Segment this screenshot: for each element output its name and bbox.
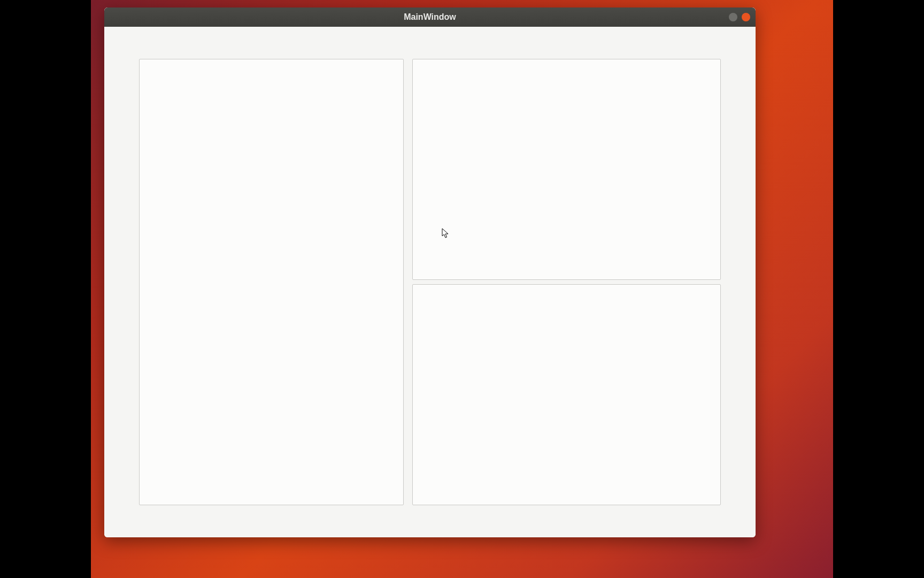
application-window: MainWindow bbox=[104, 7, 756, 537]
desktop-background: MainWindow bbox=[91, 0, 833, 578]
window-client-area bbox=[104, 27, 756, 537]
letterbox-right bbox=[833, 0, 924, 578]
minimize-button[interactable] bbox=[729, 13, 737, 21]
top-right-panel[interactable] bbox=[412, 59, 721, 280]
letterbox-left bbox=[0, 0, 91, 578]
left-panel[interactable] bbox=[139, 59, 404, 505]
right-column bbox=[412, 59, 721, 505]
window-titlebar[interactable]: MainWindow bbox=[104, 7, 756, 27]
bottom-right-panel[interactable] bbox=[412, 284, 721, 505]
window-controls bbox=[729, 13, 750, 21]
close-button[interactable] bbox=[742, 13, 750, 21]
window-title: MainWindow bbox=[404, 12, 456, 22]
